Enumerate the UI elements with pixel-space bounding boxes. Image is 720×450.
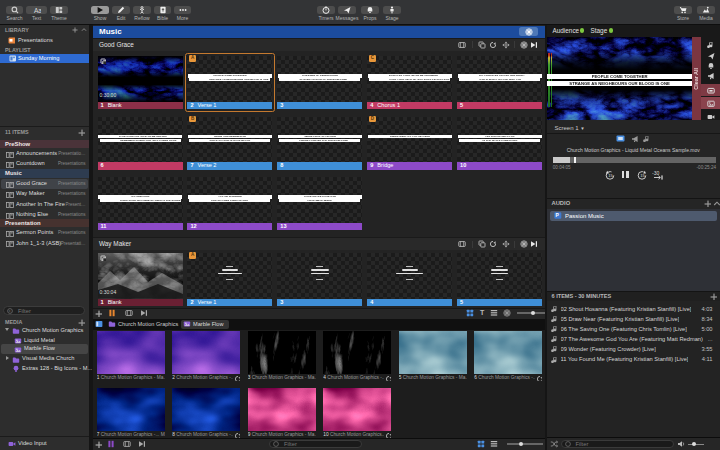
svg-text:15: 15 bbox=[608, 173, 613, 178]
svg-text:-30: -30 bbox=[652, 170, 659, 176]
svg-text:15: 15 bbox=[640, 173, 645, 178]
svg-text:Aa: Aa bbox=[34, 6, 41, 13]
svg-text:x: x bbox=[9, 309, 11, 313]
